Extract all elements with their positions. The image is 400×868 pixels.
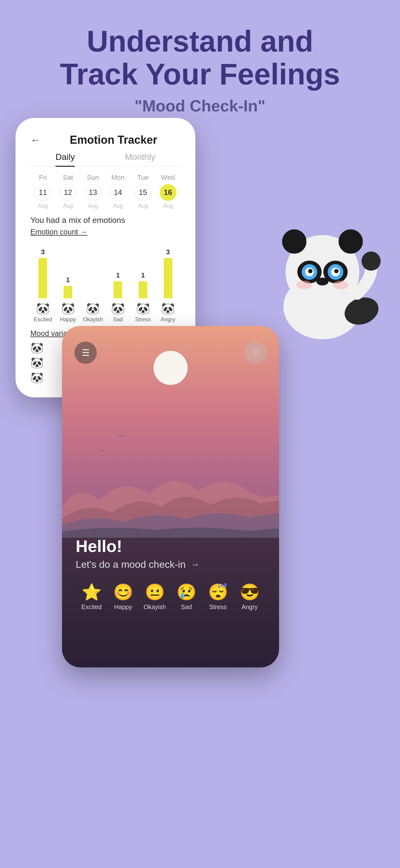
day-num-fri[interactable]: 11 xyxy=(34,184,51,201)
bar-count-excited: 3 xyxy=(41,248,45,256)
menu-button[interactable]: ☰ xyxy=(74,341,97,364)
hero-section: Understand and Track Your Feelings "Mood… xyxy=(0,0,400,128)
panda-character xyxy=(257,211,388,341)
label-okayish-p2: Okayish xyxy=(143,603,166,610)
name-sad: Sad xyxy=(113,316,123,322)
tab-monthly[interactable]: Monthly xyxy=(125,152,155,166)
day-month-sat: Aug xyxy=(56,203,80,209)
day-num-sun[interactable]: 13 xyxy=(85,184,101,201)
mountain-svg xyxy=(62,451,279,538)
calendar-row: Fri 11 Aug Sat 12 Aug Sun 13 Aug Mon 14 xyxy=(30,174,180,209)
cal-day-sun[interactable]: Sun 13 Aug xyxy=(80,174,105,209)
emoji-angry: 🐼 xyxy=(155,302,180,315)
emotions-summary: You had a mix of emotions xyxy=(30,215,180,225)
menu-icon: ☰ xyxy=(82,348,90,358)
day-month-fri: Aug xyxy=(30,203,56,209)
emoji-sad-p2: 😢 xyxy=(171,583,202,602)
day-month-sun: Aug xyxy=(80,203,105,209)
heart-icon: ♡ xyxy=(252,348,260,358)
cal-day-fri[interactable]: Fri 11 Aug xyxy=(30,174,56,209)
emotion-item-angry[interactable]: 😎 Angry xyxy=(234,583,265,611)
bar-happy: 1 xyxy=(56,243,80,298)
screen-title: Emotion Tracker xyxy=(46,133,180,147)
day-month-mon: Aug xyxy=(105,203,131,209)
hero-title-line1: Understand and xyxy=(87,25,313,58)
bar-fill-angry xyxy=(164,258,172,298)
bar-fill-happy xyxy=(64,286,72,298)
bar-okayish xyxy=(80,243,105,298)
bar-count-angry: 3 xyxy=(166,248,170,256)
back-button[interactable]: ← xyxy=(30,134,40,146)
name-happy: Happy xyxy=(60,316,76,322)
phone2-shell: 〜 〜 ☰ ♡ Hello! Let's do a mood check-in … xyxy=(62,326,279,668)
emotion-item-excited[interactable]: ⭐ Excited xyxy=(76,583,107,611)
svg-point-2 xyxy=(282,229,306,254)
svg-point-16 xyxy=(363,298,372,307)
label-angry-p2: Angry xyxy=(241,603,258,610)
label-excited-p2: Excited xyxy=(81,603,102,610)
day-name-fri: Fri xyxy=(30,174,56,182)
svg-point-14 xyxy=(333,281,348,289)
emotion-label-happy[interactable]: 🐼 Happy xyxy=(56,302,80,323)
tab-bar: Daily Monthly xyxy=(30,152,180,167)
emotion-item-happy[interactable]: 😊 Happy xyxy=(107,583,139,611)
panda-svg xyxy=(257,211,388,341)
name-stress: Stress xyxy=(135,316,151,322)
tab-daily[interactable]: Daily xyxy=(56,152,75,167)
emotion-item-stress[interactable]: 😴 Stress xyxy=(202,583,234,611)
heart-button[interactable]: ♡ xyxy=(244,341,267,364)
day-name-wed: Wed xyxy=(155,174,180,182)
bar-count-stress: 1 xyxy=(141,271,145,279)
day-name-sun: Sun xyxy=(80,174,105,182)
day-num-sat[interactable]: 12 xyxy=(60,184,76,201)
bar-stress: 1 xyxy=(131,243,156,298)
svg-point-3 xyxy=(339,229,363,254)
phone2-wrapper: 〜 〜 ☰ ♡ Hello! Let's do a mood check-in … xyxy=(62,326,279,668)
emotion-label-angry[interactable]: 🐼 Angry xyxy=(155,302,180,323)
day-num-wed[interactable]: 16 xyxy=(160,184,176,201)
bird-1: 〜 xyxy=(118,432,125,441)
cal-day-mon[interactable]: Mon 14 Aug xyxy=(105,174,131,209)
emoji-okayish: 🐼 xyxy=(80,302,105,315)
name-okayish: Okayish xyxy=(83,316,103,322)
bar-excited: 3 xyxy=(30,243,56,298)
checkin-text: Let's do a mood check-in → xyxy=(76,559,265,570)
emotion-label-okayish[interactable]: 🐼 Okayish xyxy=(80,302,105,323)
emotion-label-sad[interactable]: 🐼 Sad xyxy=(105,302,131,323)
hello-text: Hello! xyxy=(76,536,265,556)
bar-chart: 3 1 1 1 xyxy=(30,243,180,298)
emotion-count-link[interactable]: Emotion count → xyxy=(30,227,180,236)
svg-point-17 xyxy=(362,251,381,271)
emotion-labels-row: 🐼 Excited 🐼 Happy 🐼 Okayish 🐼 Sad 🐼 xyxy=(30,302,180,323)
day-num-tue[interactable]: 15 xyxy=(135,184,151,201)
cal-day-sat[interactable]: Sat 12 Aug xyxy=(56,174,80,209)
emotion-label-stress[interactable]: 🐼 Stress xyxy=(131,302,156,323)
day-num-mon[interactable]: 14 xyxy=(109,184,126,201)
hero-title: Understand and Track Your Feelings xyxy=(19,25,381,90)
day-month-tue: Aug xyxy=(131,203,156,209)
checkin-label: Let's do a mood check-in xyxy=(76,559,186,570)
bar-count-happy: 1 xyxy=(66,276,70,284)
emotion-label-excited[interactable]: 🐼 Excited xyxy=(30,302,56,323)
bar-fill-excited xyxy=(38,258,47,298)
bar-fill-sad xyxy=(113,281,122,298)
emoji-happy-p2: 😊 xyxy=(107,583,139,602)
back-nav: ← Emotion Tracker xyxy=(30,133,180,147)
day-name-mon: Mon xyxy=(105,174,131,182)
checkin-arrow: → xyxy=(191,560,199,570)
emotion-item-okayish[interactable]: 😐 Okayish xyxy=(139,583,171,611)
emoji-okayish-p2: 😐 xyxy=(139,583,171,602)
day-month-wed: Aug xyxy=(155,203,180,209)
bar-angry: 3 xyxy=(155,243,180,298)
svg-point-11 xyxy=(334,269,339,273)
cal-day-tue[interactable]: Tue 15 Aug xyxy=(131,174,156,209)
phone2-header: ☰ ♡ xyxy=(62,341,279,364)
emotion-item-sad[interactable]: 😢 Sad xyxy=(171,583,202,611)
bar-count-sad: 1 xyxy=(116,271,120,279)
emoji-angry-p2: 😎 xyxy=(234,583,265,602)
emoji-stress: 🐼 xyxy=(131,302,156,315)
label-stress-p2: Stress xyxy=(209,603,227,610)
name-excited: Excited xyxy=(34,316,52,322)
cal-day-wed[interactable]: Wed 16 Aug xyxy=(155,174,180,209)
emoji-excited: 🐼 xyxy=(30,302,56,315)
